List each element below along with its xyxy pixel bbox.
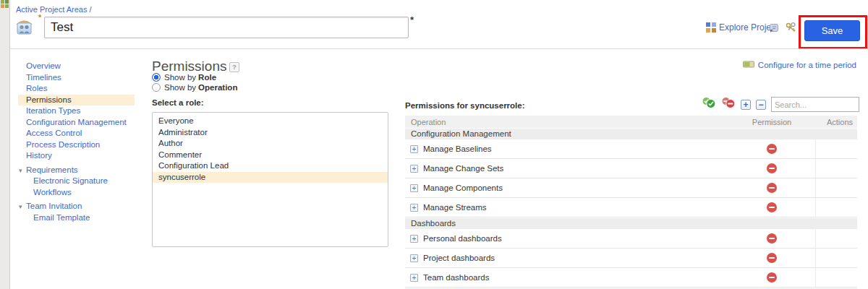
collapse-arrow-icon[interactable]: ▾ bbox=[19, 165, 26, 177]
expand-icon[interactable] bbox=[410, 145, 418, 153]
expand-icon[interactable] bbox=[410, 254, 418, 262]
keys-icon[interactable] bbox=[785, 22, 797, 36]
radio-label-value: Role bbox=[198, 73, 216, 82]
actions-cell bbox=[815, 178, 857, 197]
collapse-arrow-icon[interactable]: ▾ bbox=[19, 202, 26, 213]
configure-time-period-link[interactable]: Configure for a time period bbox=[743, 61, 856, 69]
operation-label: Team dashboards bbox=[423, 273, 489, 282]
actions-cell bbox=[815, 249, 857, 267]
save-button[interactable]: Save bbox=[804, 20, 860, 41]
left-rail bbox=[0, 0, 10, 289]
grid-square bbox=[1, 4, 4, 8]
actions-cell bbox=[815, 268, 857, 287]
breadcrumb[interactable]: Active Project Areas / bbox=[16, 5, 92, 14]
role-item[interactable]: Author bbox=[153, 138, 388, 150]
table-header-row: Operation Permission Actions bbox=[405, 116, 857, 128]
radio-selected-icon[interactable] bbox=[152, 73, 161, 82]
operation-label: Manage Components bbox=[423, 184, 503, 192]
show-by-role-radio[interactable]: Show byRole bbox=[152, 73, 216, 82]
page-title: Permissions bbox=[152, 59, 226, 74]
operation-label: Manage Change Sets bbox=[423, 164, 503, 173]
sidebar-item-requirements[interactable]: ▾Requirements bbox=[18, 165, 135, 176]
select-role-label: Select a role: bbox=[152, 98, 204, 107]
role-item-selected[interactable]: syncuserrole bbox=[153, 172, 388, 184]
deny-permission-icon[interactable] bbox=[767, 233, 777, 243]
expand-all-icon[interactable] bbox=[741, 100, 751, 110]
time-period-icon bbox=[743, 61, 754, 69]
permissions-panel-title: Permissions for syncuserrole: bbox=[405, 101, 525, 110]
role-item[interactable]: Commenter bbox=[153, 150, 388, 161]
permissions-toolbar bbox=[702, 97, 859, 112]
header-divider bbox=[10, 48, 868, 49]
deny-permission-icon[interactable] bbox=[767, 253, 777, 263]
note-icon[interactable] bbox=[769, 23, 779, 36]
show-by-operation-radio[interactable]: Show byOperation bbox=[152, 83, 237, 92]
radio-label: Show byRole bbox=[164, 73, 216, 82]
role-listbox[interactable]: Everyone Administrator Author Commenter … bbox=[152, 112, 388, 247]
table-group-row: Dashboards bbox=[405, 218, 857, 229]
collapse-all-icon[interactable] bbox=[756, 100, 766, 110]
expand-icon[interactable] bbox=[410, 274, 418, 282]
help-icon[interactable] bbox=[229, 62, 239, 72]
column-header-permission: Permission bbox=[728, 118, 815, 126]
radio-label: Show byOperation bbox=[164, 83, 237, 92]
grant-all-icon[interactable] bbox=[702, 97, 716, 112]
sidebar-item-timelines[interactable]: Timelines bbox=[18, 72, 135, 84]
actions-cell bbox=[815, 198, 857, 217]
actions-cell bbox=[815, 139, 857, 158]
role-item[interactable]: Administrator bbox=[153, 127, 388, 139]
jazz-mini-grid-icon[interactable] bbox=[1, 0, 9, 8]
sidebar-item-access-control[interactable]: Access Control bbox=[18, 128, 135, 139]
deny-all-icon[interactable] bbox=[721, 97, 736, 112]
table-row: Manage Change Sets bbox=[405, 159, 857, 178]
expand-icon[interactable] bbox=[410, 235, 418, 243]
radio-label-prefix: Show by bbox=[164, 73, 196, 82]
expand-icon[interactable] bbox=[410, 165, 418, 173]
sidebar-item-history[interactable]: History bbox=[18, 150, 135, 162]
project-name-input[interactable] bbox=[44, 17, 409, 38]
sidebar-item-configuration-management[interactable]: Configuration Management bbox=[18, 117, 135, 129]
configure-time-period-label: Configure for a time period bbox=[758, 61, 856, 69]
sidebar-item-roles[interactable]: Roles bbox=[18, 83, 135, 95]
table-group-row: Configuration Management bbox=[405, 129, 857, 139]
admin-sidebar: Overview Timelines Roles Permissions Ite… bbox=[18, 61, 135, 223]
explore-grid-icon bbox=[706, 22, 716, 35]
deny-permission-icon[interactable] bbox=[767, 163, 777, 173]
sidebar-item-process-description[interactable]: Process Description bbox=[18, 139, 135, 151]
operation-label: Personal dashboards bbox=[423, 234, 502, 243]
sidebar-item-label: Team Invitation bbox=[26, 202, 82, 210]
grid-square bbox=[5, 4, 9, 8]
sidebar-item-permissions[interactable]: Permissions bbox=[18, 95, 135, 106]
operation-label: Manage Streams bbox=[423, 203, 487, 212]
radio-unselected-icon[interactable] bbox=[152, 83, 161, 92]
sidebar-item-workflows[interactable]: Workflows bbox=[18, 187, 135, 199]
sidebar-item-label: Requirements bbox=[26, 165, 78, 174]
permissions-table: Operation Permission Actions Configurati… bbox=[405, 116, 857, 289]
required-marker: * bbox=[38, 13, 41, 22]
role-item[interactable]: Configuration Lead bbox=[153, 160, 388, 172]
search-input[interactable] bbox=[771, 97, 859, 112]
required-marker: * bbox=[410, 14, 414, 25]
deny-permission-icon[interactable] bbox=[767, 183, 777, 193]
expand-icon[interactable] bbox=[410, 184, 418, 192]
actions-cell bbox=[815, 229, 857, 248]
deny-permission-icon[interactable] bbox=[767, 202, 777, 212]
sidebar-item-team-invitation[interactable]: ▾Team Invitation bbox=[18, 201, 135, 212]
radio-label-value: Operation bbox=[198, 83, 237, 92]
project-area-admin-page: Active Project Areas / * * Explore Proje… bbox=[0, 0, 868, 289]
role-item[interactable]: Everyone bbox=[153, 116, 388, 127]
deny-permission-icon[interactable] bbox=[767, 272, 777, 282]
table-row: Project dashboards bbox=[405, 249, 857, 268]
grid-square bbox=[1, 0, 4, 4]
table-row: Manage Baselines bbox=[405, 139, 857, 159]
deny-permission-icon[interactable] bbox=[767, 144, 777, 154]
sidebar-item-iteration-types[interactable]: Iteration Types bbox=[18, 105, 135, 117]
sidebar-item-overview[interactable]: Overview bbox=[18, 61, 135, 72]
operation-label: Manage Baselines bbox=[423, 144, 492, 153]
sidebar-item-electronic-signature[interactable]: Electronic Signature bbox=[18, 176, 135, 187]
table-row: Manage Streams bbox=[405, 198, 857, 217]
actions-cell bbox=[815, 159, 857, 178]
radio-label-prefix: Show by bbox=[164, 83, 196, 92]
expand-icon[interactable] bbox=[410, 204, 418, 212]
sidebar-item-email-template[interactable]: Email Template bbox=[18, 212, 135, 224]
